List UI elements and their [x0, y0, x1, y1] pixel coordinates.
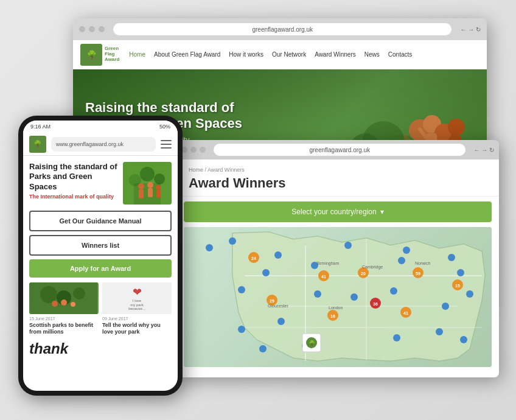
svg-text:36: 36: [373, 302, 378, 306]
news-thumb-heart: ❤ I lovemy parkbecause...: [102, 282, 172, 314]
tablet-dot-green: [200, 147, 206, 153]
svg-point-39: [259, 345, 267, 352]
svg-text:41: 41: [321, 275, 326, 279]
nav-network[interactable]: Our Network: [272, 51, 306, 58]
svg-point-27: [398, 257, 405, 264]
svg-rect-78: [139, 189, 144, 198]
tablet-browser: greenflagaward.org.uk ← → ↻ Home / Award…: [176, 140, 499, 377]
svg-text:Cambridge: Cambridge: [362, 265, 383, 270]
hamburger-line-1: [161, 140, 172, 141]
news-thumb-2: ❤ I lovemy parkbecause...: [102, 282, 172, 314]
phone-footer-thank: thank: [29, 340, 172, 357]
svg-point-33: [390, 287, 397, 295]
phone-time: 9:16 AM: [30, 124, 51, 130]
svg-point-31: [314, 290, 321, 298]
award-winners-header: Home / Award Winners Award Winners: [176, 159, 499, 197]
nav-links: Home About Green Flag Award How it works…: [129, 51, 479, 58]
logo-text: Green Flag Award: [105, 46, 119, 62]
svg-text:Norwich: Norwich: [415, 261, 430, 265]
news-thumb-svg-1: [29, 282, 99, 314]
chevron-down-icon: ▾: [380, 208, 384, 216]
hamburger-menu[interactable]: [161, 140, 172, 149]
svg-point-73: [154, 173, 165, 184]
phone-hero-title: Raising the standard of Parks and Green …: [29, 162, 118, 192]
phone-hero-section: Raising the standard of Parks and Green …: [29, 162, 172, 205]
tablet-chrome: greenflagaward.org.uk ← → ↻: [176, 140, 499, 159]
svg-point-35: [466, 290, 473, 298]
guidance-manual-btn-mobile[interactable]: Get Our Guidance Manual: [29, 211, 172, 231]
nav-winners[interactable]: Award Winners: [315, 51, 356, 58]
news-card-2: ❤ I lovemy parkbecause... 09 June 2017 T…: [102, 282, 172, 335]
award-winners-title: Award Winners: [189, 175, 487, 191]
phone-status-bar: 9:16 AM 50%: [23, 121, 178, 133]
svg-point-23: [274, 251, 282, 259]
svg-point-26: [448, 254, 455, 261]
nav-news[interactable]: News: [364, 51, 380, 58]
browser-dot-yellow: [89, 26, 95, 32]
nav-contacts[interactable]: Contacts: [388, 51, 412, 58]
svg-text:24: 24: [251, 256, 256, 261]
map-area[interactable]: 24 41 20 59 29 16 41 15 36: [184, 227, 492, 367]
map-svg: 24 41 20 59 29 16 41 15 36: [184, 227, 492, 367]
desktop-url-bar[interactable]: greenflagaward.org.uk: [113, 23, 452, 35]
svg-point-37: [277, 318, 285, 325]
svg-point-87: [71, 302, 75, 307]
svg-text:15: 15: [455, 284, 460, 288]
country-select-label: Select your country/region: [291, 208, 376, 216]
svg-point-32: [350, 293, 358, 301]
svg-point-29: [262, 269, 270, 276]
svg-point-77: [156, 185, 161, 190]
svg-text:16: 16: [330, 314, 335, 318]
news-date-1: 15 June 2017: [29, 317, 99, 321]
apply-award-btn-mobile[interactable]: Apply for an Award: [29, 259, 172, 278]
hamburger-line-3: [161, 147, 172, 149]
desktop-nav: 🌳 Green Flag Award Home About Green Flag…: [73, 40, 487, 69]
svg-text:Birmingham: Birmingham: [316, 261, 340, 266]
phone-hero-svg: [123, 162, 172, 205]
svg-point-21: [206, 244, 213, 251]
svg-point-82: [40, 286, 57, 303]
site-logo: 🌳 Green Flag Award: [80, 44, 119, 66]
svg-point-24: [344, 242, 352, 249]
svg-point-36: [442, 303, 449, 310]
tablet-dot-yellow: [190, 147, 197, 153]
nav-how[interactable]: How it works: [229, 51, 263, 58]
tablet-content: Home / Award Winners Award Winners Selec…: [176, 159, 499, 377]
svg-point-75: [138, 183, 144, 189]
svg-point-86: [61, 299, 67, 306]
heart-icon: ❤: [128, 285, 145, 299]
phone-url-bar[interactable]: www.greenflagaward.org.uk: [51, 137, 156, 152]
svg-point-30: [238, 286, 245, 293]
svg-point-84: [73, 287, 85, 299]
phone-battery: 50%: [159, 124, 170, 130]
country-select-bar[interactable]: Select your country/region ▾: [184, 201, 492, 222]
svg-point-42: [436, 328, 443, 335]
phone-screen: 9:16 AM 50% 🌳 www.greenflagaward.org.uk …: [23, 121, 178, 391]
svg-point-41: [393, 334, 400, 341]
phone-main-content: Raising the standard of Parks and Green …: [23, 156, 178, 363]
nav-about[interactable]: About Green Flag Award: [154, 51, 220, 58]
svg-point-34: [457, 269, 464, 276]
svg-rect-79: [148, 188, 153, 197]
tablet-url-bar[interactable]: greenflagaward.org.uk: [214, 144, 465, 156]
phone-hero-text: Raising the standard of Parks and Green …: [29, 162, 118, 205]
tablet-url-text: greenflagaward.org.uk: [309, 147, 370, 153]
heart-card-content: ❤ I lovemy parkbecause...: [128, 285, 145, 311]
browser-chrome: greenflagaward.org.uk ← → ↻: [73, 18, 487, 40]
news-headline-2: Tell the world why you love your park: [102, 322, 172, 335]
phone-logo: 🌳: [29, 136, 46, 153]
news-date-2: 09 June 2017: [102, 317, 172, 321]
news-headline-1: Scottish parks to benefit from millions: [29, 322, 99, 335]
hamburger-line-2: [161, 144, 172, 145]
svg-rect-80: [156, 190, 161, 198]
svg-text:🌳: 🌳: [309, 340, 316, 347]
svg-point-38: [238, 326, 245, 333]
browser-dot-green: [99, 26, 105, 32]
winners-list-btn-mobile[interactable]: Winners list: [29, 235, 172, 256]
nav-home[interactable]: Home: [129, 51, 145, 58]
heart-text: I lovemy parkbecause...: [128, 299, 145, 311]
mobile-phone: 9:16 AM 50% 🌳 www.greenflagaward.org.uk …: [18, 116, 183, 396]
svg-text:59: 59: [416, 271, 420, 276]
svg-point-71: [140, 167, 155, 181]
svg-text:London: London: [329, 306, 343, 310]
